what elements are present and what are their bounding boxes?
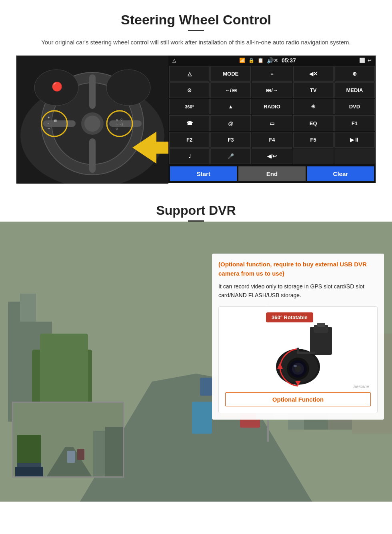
status-bar: △ 📶 🔒 📋 🔊✕ 05:37 ⬜ ↩ [168, 56, 376, 65]
steering-wheel-image: + - ☎ ↩ ▲ ◇ ○ ◁ ▽ 🔴 [16, 56, 168, 184]
dvr-info-card: (Optional function, require to buy exter… [212, 254, 384, 420]
music-icon: ♩ [188, 153, 191, 159]
status-icons-left: △ [172, 58, 176, 63]
screen-btn[interactable]: ▭ [252, 115, 292, 131]
mode-btn[interactable]: MODE [210, 66, 251, 82]
steering-demo-container: + - ☎ ↩ ▲ ◇ ○ ◁ ▽ 🔴 [16, 55, 376, 183]
svg-rect-33 [192, 402, 212, 434]
play-pause-btn[interactable]: ▶⏸ [334, 132, 375, 148]
media-label: MEDIA [346, 87, 363, 93]
phone-icon: ☎ [186, 120, 193, 126]
music-btn[interactable]: ♩ [169, 148, 210, 164]
home-btn[interactable]: △ [169, 66, 210, 82]
prev-btn[interactable]: ←/⏮ [210, 82, 251, 98]
mute-btn[interactable]: ◀✕ [293, 66, 334, 82]
svg-rect-53 [15, 467, 43, 478]
f5-label: F5 [310, 137, 316, 143]
f1-btn[interactable]: F1 [334, 115, 375, 131]
svg-point-23 [106, 70, 150, 106]
wifi-icon: 📶 [239, 58, 245, 63]
support-dvr-section: Support DVR [0, 191, 392, 502]
browser-btn[interactable]: @ [210, 115, 251, 131]
mic-btn[interactable]: 🎤 [210, 148, 251, 164]
svg-text:🔴: 🔴 [52, 81, 63, 92]
menu-btn[interactable]: ≡ [252, 66, 292, 82]
clock-display: 05:37 [282, 57, 296, 64]
screen-icon: ▭ [270, 120, 274, 126]
svg-rect-37 [200, 378, 212, 396]
radio-btn[interactable]: RADIO [252, 99, 292, 114]
clear-button[interactable]: Clear [307, 166, 374, 181]
f3-label: F3 [228, 137, 234, 143]
grid-icon: ⊕ [352, 71, 357, 77]
f3-btn[interactable]: F3 [210, 132, 251, 148]
eq-label: EQ [310, 120, 317, 126]
360-btn[interactable]: 360° [169, 99, 210, 114]
360-icon: 360° [185, 104, 194, 109]
dvr-section-title: Support DVR [0, 203, 392, 218]
ui-button-grid: △ MODE ≡ ◀✕ ⊕ ⊙ ←/⏮ ⏭/→ TV MEDIA 360° ▲ … [168, 65, 376, 165]
home-symbol: △ [188, 71, 192, 77]
vol-icon: ◀/↩ [267, 153, 277, 159]
prev-icon: ←/⏮ [225, 87, 237, 93]
end-button[interactable]: End [238, 166, 305, 181]
grid-btn[interactable]: ⊕ [334, 66, 375, 82]
svg-text:-: - [48, 121, 49, 125]
svg-point-9 [84, 116, 100, 132]
svg-text:▽: ▽ [116, 127, 118, 131]
window-icon: ⬜ [359, 58, 365, 63]
f4-label: F4 [269, 137, 275, 143]
subtitle-text: Your original car's steering wheel contr… [40, 38, 352, 47]
vol-btn[interactable]: ◀/↩ [252, 148, 292, 164]
optional-function-text: (Optional function, require to buy exter… [218, 260, 378, 278]
svg-text:+: + [48, 116, 50, 120]
svg-rect-48 [77, 449, 84, 460]
home-icon: △ [172, 58, 176, 63]
menu-icon: ≡ [270, 71, 274, 77]
brightness-btn[interactable]: ☀ [293, 99, 334, 114]
mute-icon: ◀✕ [309, 71, 318, 77]
steering-wheel-svg: + - ☎ ↩ ▲ ◇ ○ ◁ ▽ 🔴 [16, 56, 168, 184]
radio-label: RADIO [264, 104, 280, 110]
tv-label: TV [310, 87, 317, 93]
dvr-description-text: It can record video only to storage in G… [218, 282, 378, 300]
dvr-image-container: (Optional function, require to buy exter… [0, 222, 392, 502]
eq-btn[interactable]: EQ [293, 115, 334, 131]
sim-icon: 📋 [258, 58, 264, 63]
svg-text:↩: ↩ [48, 127, 50, 130]
badge-360: 360° Rotatable [266, 312, 313, 322]
steering-wheel-section: Steering Wheel Control Your original car… [0, 0, 392, 191]
f2-btn[interactable]: F2 [169, 132, 210, 148]
svg-text:☎: ☎ [54, 119, 57, 122]
media-btn[interactable]: MEDIA [334, 82, 375, 98]
empty1 [293, 148, 334, 164]
f2-label: F2 [186, 137, 192, 143]
optional-function-button[interactable]: Optional Function [225, 392, 371, 406]
next-icon: ⏭/→ [266, 87, 278, 93]
f4-btn[interactable]: F4 [252, 132, 292, 148]
dvr-background: (Optional function, require to buy exter… [0, 222, 392, 502]
lock-icon: 🔒 [248, 58, 254, 63]
start-button[interactable]: Start [170, 166, 237, 181]
audio-icon: 🔊✕ [267, 57, 278, 64]
mic-icon: 🎤 [228, 153, 234, 159]
browser-icon: @ [228, 120, 233, 126]
back-icon: ↩ [368, 58, 372, 63]
settings-icon: ⊙ [187, 87, 192, 93]
watermark: Seicane [353, 384, 369, 389]
next-btn[interactable]: ⏭/→ [252, 82, 292, 98]
brightness-icon: ☀ [311, 104, 316, 110]
tv-btn[interactable]: TV [293, 82, 334, 98]
settings-btn[interactable]: ⊙ [169, 82, 210, 98]
dvd-btn[interactable]: DVD [334, 99, 375, 114]
play-pause-icon: ▶⏸ [350, 137, 359, 143]
f5-btn[interactable]: F5 [293, 132, 334, 148]
car-ui-panel: △ 📶 🔒 📋 🔊✕ 05:37 ⬜ ↩ △ MODE [168, 56, 376, 183]
phone-btn[interactable]: ☎ [169, 115, 210, 131]
dvr-product-box: 360° Rotatable [218, 306, 378, 413]
svg-point-63 [294, 365, 297, 367]
eject-btn[interactable]: ▲ [210, 99, 251, 114]
page-title: Steering Wheel Control [16, 12, 376, 28]
mode-label: MODE [223, 71, 238, 77]
title-divider [188, 30, 204, 31]
